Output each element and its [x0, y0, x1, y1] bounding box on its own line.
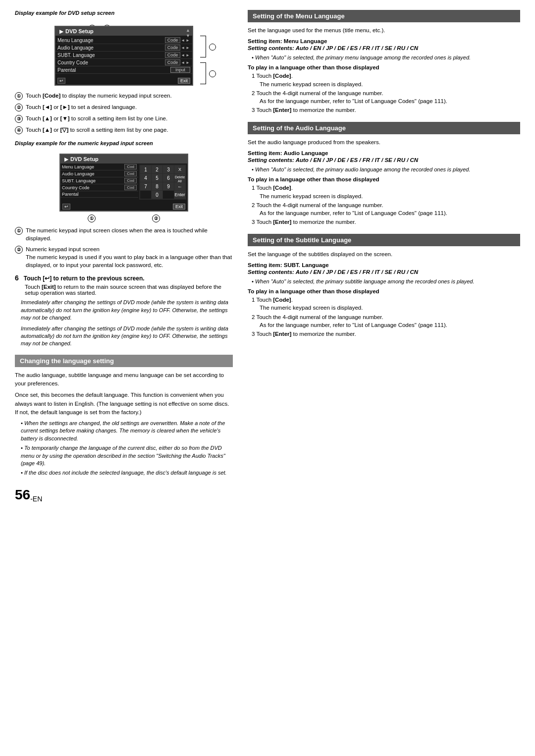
keypad-screen-title: ▶ DVD Setup — [60, 155, 187, 163]
page-number: 56-EN — [15, 487, 233, 503]
subtitle-step-1-num: 1 — [252, 297, 255, 303]
audio-language-bullet-text: When "Auto" is selected, the primary aud… — [255, 166, 471, 172]
keypad-note-num-1: ① — [15, 227, 23, 235]
keypad-code-2[interactable]: Cod — [124, 171, 137, 176]
keypad-code-3[interactable]: Cod — [124, 178, 137, 183]
keypad-4[interactable]: 4 — [140, 174, 151, 182]
dvd-rows: Menu Language Code ◄ ► Audio Language Co… — [55, 36, 192, 75]
dvd-arrow-right[interactable]: ► — [185, 38, 190, 43]
subtitle-step-2: 2 Touch the 4-digit numeral of the langu… — [252, 313, 520, 329]
instruction-num-4: ④ — [15, 126, 23, 134]
dvd-arrow-left[interactable]: ◄ — [180, 38, 185, 43]
keypad-row-label-4: Country Code — [62, 185, 124, 190]
keypad-callouts: ① ② — [59, 215, 188, 222]
dvd-arrow-right[interactable]: ► — [185, 60, 190, 65]
subtitle-language-sub-heading: To play in a language other than those d… — [248, 288, 520, 294]
keypad-5[interactable]: 5 — [152, 174, 162, 182]
keypad-delete-all[interactable]: Delete All — [174, 174, 185, 182]
audio-step-2-indent: As for the language number, refer to "Li… — [260, 209, 520, 217]
menu-step-2-num: 2 — [252, 90, 255, 96]
keypad-enter[interactable]: Enter — [174, 191, 185, 199]
dvd-arrow-left[interactable]: ◄ — [180, 46, 185, 50]
subtitle-step-1: 1 Touch [Code]. The numeric keypad scree… — [252, 296, 520, 312]
step-6-header: 6 Touch [↩] to return to the previous sc… — [15, 274, 233, 282]
keypad-row-3: SUBT. Language Cod — [60, 177, 138, 184]
changing-language-heading: Changing the language setting — [15, 355, 233, 367]
subtitle-language-setting-contents: Setting contents: Auto / EN / JP / DE / … — [248, 269, 520, 275]
keypad-grid: 1 2 3 X 4 5 6 Delete All 7 8 9 ← — [139, 164, 186, 200]
audio-language-sub-heading: To play in a language other than those d… — [248, 176, 520, 182]
audio-language-setting-item: Setting item: Audio Language — [248, 150, 520, 156]
keypad-exit-button[interactable]: Exit — [173, 204, 185, 210]
keypad-0[interactable]: 0 — [152, 191, 162, 199]
audio-language-bullet: • When "Auto" is selected, the primary a… — [252, 166, 520, 173]
keypad-screen-title-text: DVD Setup — [70, 156, 99, 162]
menu-step-1-num: 1 — [252, 73, 255, 79]
keypad-row-label-3: SUBT. Language — [62, 178, 124, 183]
keypad-row-1: Menu Language Cod — [60, 163, 138, 170]
keypad-screen: ▶ DVD Setup Menu Language Cod Audio Lang… — [59, 154, 188, 212]
step-6-detail: Touch [Exit] to return to the main sourc… — [25, 284, 233, 296]
keypad-note-text-1: The numeric keypad input screen closes w… — [26, 226, 233, 242]
keypad-screen-wrapper: ▶ DVD Setup Menu Language Cod Audio Lang… — [45, 154, 203, 222]
instruction-item-2: ② Touch [◄] or [►] to set a desired lang… — [15, 103, 233, 111]
dvd-row-code[interactable]: Code — [165, 59, 181, 65]
dvd-arrow-left[interactable]: ◄ — [180, 60, 185, 65]
step-6-note: Immediately after changing the settings … — [21, 299, 233, 322]
keypad-empty2 — [163, 191, 174, 199]
left-column: Display example for DVD setup screen ① ②… — [15, 10, 233, 503]
dvd-arrow-left[interactable]: ◄ — [180, 53, 185, 57]
dvd-icon: ▶ — [59, 29, 63, 34]
keypad-8[interactable]: 8 — [152, 182, 162, 190]
keypad-empty — [140, 191, 151, 199]
step-6-title: Touch [↩] to return to the previous scre… — [24, 275, 145, 282]
dvd-row-code[interactable]: Code — [165, 37, 181, 43]
keypad-notes-list: ① The numeric keypad input screen closes… — [15, 226, 233, 269]
dvd-arrow-right[interactable]: ► — [185, 53, 190, 57]
keypad-row-5: Parental — [60, 191, 138, 198]
dvd-row-code[interactable]: Code — [165, 52, 181, 58]
keypad-row-4: Country Code Cod — [60, 184, 138, 191]
keypad-code-4[interactable]: Cod — [124, 185, 137, 190]
subtitle-step-3: 3 Touch [Enter] to memorize the number. — [252, 330, 520, 338]
dvd-row-label: Menu Language — [57, 38, 165, 43]
subtitle-language-bullet: • When "Auto" is selected, the primary s… — [252, 278, 520, 285]
keypad-1[interactable]: 1 — [140, 165, 151, 173]
dvd-row-label: Audio Language — [57, 45, 165, 51]
instruction-num-3: ③ — [15, 115, 23, 123]
keypad-backspace[interactable]: ← — [174, 182, 185, 190]
dvd-row-audio-language: Audio Language Code ◄ ► — [55, 44, 192, 52]
dvd-row-label: Parental — [57, 67, 170, 73]
menu-step-1: 1 Touch [Code]. The numeric keypad scree… — [252, 72, 520, 88]
keypad-9[interactable]: 9 — [163, 182, 174, 190]
keypad-3[interactable]: 3 — [163, 165, 174, 173]
dvd-arrow-right[interactable]: ► — [185, 46, 190, 50]
subtitle-language-steps: 1 Touch [Code]. The numeric keypad scree… — [252, 296, 520, 337]
page-layout: Display example for DVD setup screen ① ②… — [15, 10, 520, 503]
dvd-row-input[interactable]: Input — [170, 67, 190, 73]
keypad-7[interactable]: 7 — [140, 182, 151, 190]
instruction-text-3: Touch [▲] or [▼] to scroll a setting ite… — [26, 114, 167, 123]
dvd-row-code[interactable]: Code — [165, 45, 181, 51]
keypad-row-label-2: Audio Language — [62, 171, 124, 176]
keypad-code-1[interactable]: Cod — [124, 164, 137, 169]
instruction-text-1: Touch [Code] to display the numeric keyp… — [26, 92, 172, 100]
keypad-6[interactable]: 6 — [163, 174, 174, 182]
keypad-2[interactable]: 2 — [152, 165, 162, 173]
subtitle-language-desc: Set the language of the subtitles displa… — [248, 250, 520, 258]
audio-step-1-indent: The numeric keypad screen is displayed. — [260, 192, 520, 200]
dvd-exit-button[interactable]: Exit — [178, 78, 190, 84]
keypad-back-button[interactable]: ↩ — [62, 204, 70, 210]
dvd-back-button[interactable]: ↩ — [57, 78, 65, 84]
subtitle-step-1-indent: The numeric keypad screen is displayed. — [260, 304, 520, 312]
dvd-row-parental: Parental Input — [55, 66, 192, 74]
scroll-up-arrow[interactable]: ▲ — [186, 28, 190, 33]
keypad-note-num-2: ② — [15, 246, 23, 254]
menu-language-bullet-text: When "Auto" is selected, the primary men… — [255, 54, 471, 60]
step-6: 6 Touch [↩] to return to the previous sc… — [15, 274, 233, 347]
keypad-x[interactable]: X — [174, 165, 185, 173]
menu-language-desc: Set the language used for the menus (tit… — [248, 26, 520, 34]
changing-language-bullet-3: • If the disc does not include the selec… — [21, 469, 233, 477]
keypad-dvd-icon: ▶ — [64, 157, 68, 162]
keypad-row-label-5: Parental — [62, 192, 137, 197]
